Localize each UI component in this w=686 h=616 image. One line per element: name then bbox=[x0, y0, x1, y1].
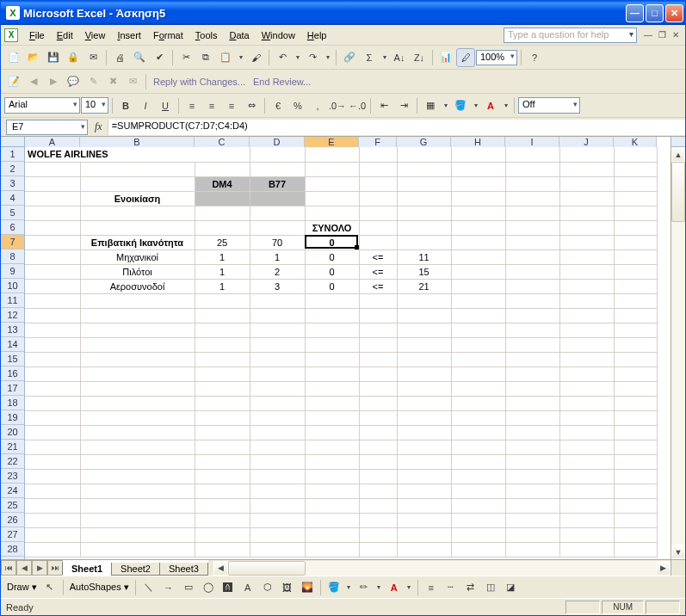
cell-C8[interactable]: 1 bbox=[195, 249, 250, 264]
hscroll-thumb[interactable] bbox=[228, 561, 306, 576]
review-prev-button[interactable]: ◀ bbox=[24, 72, 43, 91]
row-header-28[interactable]: 28 bbox=[1, 542, 24, 557]
cell-E6[interactable]: ΣΥΝΟΛΟ bbox=[305, 220, 359, 235]
cell-B7[interactable]: Επιβατική Ικανότητα bbox=[80, 235, 195, 249]
row-header-10[interactable]: 10 bbox=[1, 279, 24, 293]
cell-B4[interactable]: Ενοικίαση bbox=[80, 191, 195, 206]
row-header-16[interactable]: 16 bbox=[1, 367, 24, 381]
cell-C3[interactable]: DM4 bbox=[195, 176, 250, 191]
review-show-button[interactable]: 💬 bbox=[64, 72, 83, 91]
row-header-15[interactable]: 15 bbox=[1, 352, 24, 367]
help-search-box[interactable]: Type a question for help bbox=[504, 28, 637, 43]
redo-dropdown[interactable]: ▾ bbox=[323, 53, 332, 61]
print-preview-button[interactable]: 🔍 bbox=[130, 48, 149, 67]
row-header-6[interactable]: 6 bbox=[1, 220, 24, 235]
cell-G8[interactable]: 11 bbox=[397, 249, 451, 264]
menu-insert[interactable]: Insert bbox=[111, 28, 147, 43]
scroll-up-button[interactable]: ▲ bbox=[671, 147, 685, 162]
arrow-button[interactable]: → bbox=[159, 578, 178, 597]
font-color-draw-dropdown[interactable]: ▾ bbox=[405, 583, 414, 591]
increase-decimal-button[interactable]: .0→ bbox=[328, 96, 347, 115]
col-header-C[interactable]: C bbox=[195, 137, 250, 147]
textbox-button[interactable]: 🅰 bbox=[219, 578, 238, 597]
horizontal-scrollbar[interactable]: ◀ ▶ bbox=[208, 560, 671, 576]
name-box[interactable]: E7 bbox=[6, 120, 88, 135]
row-header-1[interactable]: 1 bbox=[1, 147, 24, 162]
comma-button[interactable]: , bbox=[308, 96, 327, 115]
row-header-24[interactable]: 24 bbox=[1, 484, 24, 498]
cell-G10[interactable]: 21 bbox=[397, 279, 451, 293]
row-header-19[interactable]: 19 bbox=[1, 410, 24, 425]
undo-button[interactable]: ↶ bbox=[273, 48, 292, 67]
font-color-button[interactable]: A bbox=[481, 96, 500, 115]
paste-dropdown[interactable]: ▾ bbox=[236, 53, 245, 61]
shadow-button[interactable]: ◫ bbox=[481, 578, 500, 597]
select-objects-button[interactable]: ↖ bbox=[40, 578, 59, 597]
vscroll-thumb[interactable] bbox=[671, 162, 685, 222]
line-color-button[interactable]: ✏ bbox=[355, 578, 374, 597]
align-center-button[interactable]: ≡ bbox=[202, 96, 221, 115]
row-header-23[interactable]: 23 bbox=[1, 469, 24, 484]
line-style-button[interactable]: ≡ bbox=[422, 578, 441, 597]
window-maximize-button[interactable]: □ bbox=[646, 4, 664, 22]
row-header-4[interactable]: 4 bbox=[1, 191, 24, 206]
clipart-button[interactable]: 🖼 bbox=[278, 578, 297, 597]
cell-E8[interactable]: 0 bbox=[305, 249, 359, 264]
open-button[interactable]: 📂 bbox=[24, 48, 43, 67]
cells-area[interactable]: WOLFE AIRLINES DM4B77 Ενοικίαση ΣΥΝΟΛΟ Ε… bbox=[25, 147, 671, 559]
spelling-button[interactable]: ✔ bbox=[150, 48, 169, 67]
sheet-tab-2[interactable]: Sheet2 bbox=[111, 563, 160, 576]
align-right-button[interactable]: ≡ bbox=[222, 96, 241, 115]
cut-button[interactable]: ✂ bbox=[176, 48, 195, 67]
decrease-indent-button[interactable]: ⇤ bbox=[374, 96, 393, 115]
font-size-combo[interactable]: 10 bbox=[81, 97, 108, 114]
window-close-button[interactable]: ✕ bbox=[665, 4, 683, 22]
cell-C7[interactable]: 25 bbox=[195, 235, 250, 249]
line-button[interactable]: ＼ bbox=[139, 578, 158, 597]
col-header-G[interactable]: G bbox=[397, 137, 451, 147]
bold-button[interactable]: B bbox=[116, 96, 135, 115]
zoom-combo[interactable]: 100% bbox=[476, 50, 517, 65]
chart-wizard-button[interactable]: 📊 bbox=[436, 48, 455, 67]
menu-help[interactable]: Help bbox=[301, 28, 333, 43]
cell-B8[interactable]: Μηχανικοί bbox=[80, 249, 195, 264]
cell-F10[interactable]: <= bbox=[359, 279, 397, 293]
cell-C10[interactable]: 1 bbox=[195, 279, 250, 293]
cell-D4[interactable] bbox=[250, 191, 305, 206]
review-new-comment-button[interactable]: 📝 bbox=[4, 72, 23, 91]
row-header-22[interactable]: 22 bbox=[1, 454, 24, 469]
merge-center-button[interactable]: ⇔ bbox=[242, 96, 261, 115]
align-left-button[interactable]: ≡ bbox=[182, 96, 201, 115]
cell-E7[interactable]: 0 bbox=[305, 235, 359, 249]
col-header-A[interactable]: A bbox=[25, 137, 80, 147]
borders-dropdown[interactable]: ▾ bbox=[441, 102, 450, 109]
row-header-11[interactable]: 11 bbox=[1, 293, 24, 308]
permission-button[interactable]: 🔒 bbox=[64, 48, 83, 67]
col-header-I[interactable]: I bbox=[505, 137, 559, 147]
wordart-button[interactable]: A bbox=[238, 578, 257, 597]
italic-button[interactable]: I bbox=[136, 96, 155, 115]
tab-first-button[interactable]: ⏮ bbox=[1, 560, 16, 576]
fill-color-dropdown[interactable]: ▾ bbox=[471, 102, 480, 109]
doc-restore-button[interactable]: ❐ bbox=[656, 29, 668, 41]
percent-button[interactable]: % bbox=[288, 96, 307, 115]
row-header-18[interactable]: 18 bbox=[1, 396, 24, 410]
copy-button[interactable]: ⧉ bbox=[196, 48, 215, 67]
cell-D9[interactable]: 2 bbox=[250, 264, 305, 279]
fill-color-draw-dropdown[interactable]: ▾ bbox=[344, 583, 354, 591]
hyperlink-button[interactable]: 🔗 bbox=[340, 48, 359, 67]
menu-tools[interactable]: Tools bbox=[189, 28, 224, 43]
cell-F9[interactable]: <= bbox=[359, 264, 397, 279]
cell-D8[interactable]: 1 bbox=[250, 249, 305, 264]
save-button[interactable]: 💾 bbox=[44, 48, 63, 67]
rectangle-button[interactable]: ▭ bbox=[179, 578, 198, 597]
paste-button[interactable]: 📋 bbox=[216, 48, 235, 67]
cell-C9[interactable]: 1 bbox=[195, 264, 250, 279]
row-header-2[interactable]: 2 bbox=[1, 162, 24, 176]
cell-D7[interactable]: 70 bbox=[250, 235, 305, 249]
col-header-J[interactable]: J bbox=[559, 137, 614, 147]
col-header-D[interactable]: D bbox=[250, 137, 305, 147]
cell-C4[interactable] bbox=[195, 191, 250, 206]
end-review-button[interactable]: End Review... bbox=[250, 77, 314, 87]
sort-asc-button[interactable]: A↓ bbox=[390, 48, 409, 67]
